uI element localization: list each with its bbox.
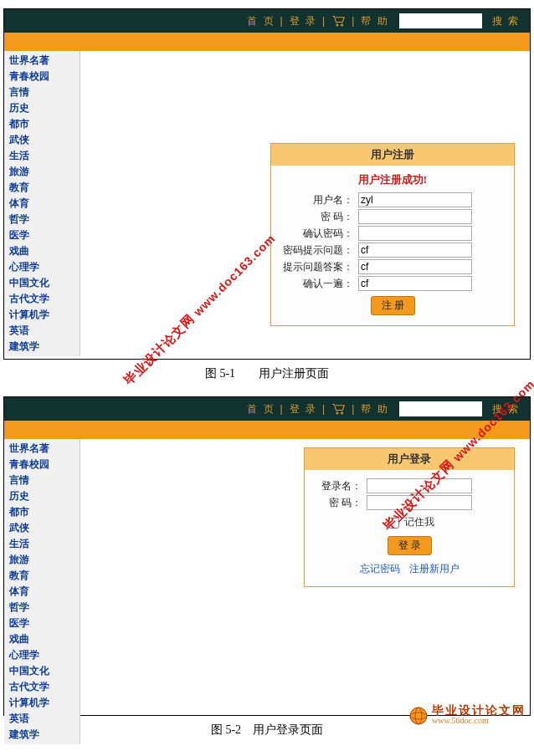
footer-site-logo: 毕业设计论文网 www.56doc.com (408, 706, 526, 726)
sidebar-item[interactable]: 建筑学 (4, 727, 80, 743)
input-password[interactable] (358, 209, 472, 224)
sidebar-item[interactable]: 心理学 (4, 259, 80, 275)
search-button[interactable]: 搜 索 (492, 402, 520, 416)
label-confirm-password: 确认密码： (278, 227, 358, 241)
cart-icon[interactable] (331, 403, 347, 415)
sidebar-item[interactable]: 世界名著 (4, 53, 80, 69)
nav-help[interactable]: 帮 助 (361, 14, 388, 28)
sidebar-item[interactable]: 英语 (4, 323, 80, 339)
category-sidebar: 世界名著青春校园言情历史都市武侠生活旅游教育体育哲学医学戏曲心理学中国文化古代文… (4, 439, 80, 744)
register-panel: 用户注册 用户注册成功! 用户名： 密 码： 确认密码： (270, 143, 515, 326)
sidebar-item[interactable]: 旅游 (4, 164, 80, 180)
orange-header-strip (4, 33, 530, 51)
sidebar-item[interactable]: 医学 (4, 227, 80, 243)
label-username: 用户名： (278, 193, 358, 207)
svg-point-3 (341, 412, 343, 414)
sidebar-item[interactable]: 教育 (4, 568, 80, 584)
sidebar-item[interactable]: 生活 (4, 148, 80, 164)
input-username[interactable] (358, 192, 472, 207)
panel-title: 用户注册 (271, 144, 514, 166)
register-button[interactable]: 注 册 (371, 296, 415, 315)
sidebar-item[interactable]: 武侠 (4, 132, 80, 148)
input-confirm-again[interactable] (358, 276, 472, 291)
remember-checkbox[interactable] (388, 518, 399, 529)
sidebar-item[interactable]: 古代文学 (4, 291, 80, 307)
orange-header-strip (4, 421, 530, 439)
search-input[interactable] (399, 401, 482, 416)
sidebar-item[interactable]: 英语 (4, 711, 80, 727)
label-hint-answer: 提示问题答案： (278, 260, 358, 274)
label-confirm-again: 确认一遍： (278, 277, 358, 291)
sidebar-item[interactable]: 世界名著 (4, 441, 80, 457)
figure-2-login: 首 页 | 登 录 | | 帮 助 搜 索 世界名著青春校园言情历史都市武侠生活… (3, 396, 531, 716)
success-message: 用户注册成功! (278, 172, 507, 187)
login-button[interactable]: 登 录 (388, 536, 432, 555)
sidebar-item[interactable]: 体育 (4, 584, 80, 600)
remember-label: 记住我 (404, 516, 434, 528)
forgot-password-link[interactable]: 忘记密码 (360, 563, 400, 575)
sidebar-item[interactable]: 中国文化 (4, 663, 80, 679)
footer-url: www.56doc.com (432, 716, 526, 726)
sidebar-item[interactable]: 旅游 (4, 552, 80, 568)
input-login-name[interactable] (367, 478, 472, 493)
input-hint-question[interactable] (358, 243, 472, 258)
svg-point-4 (410, 707, 427, 724)
register-new-link[interactable]: 注册新用户 (409, 563, 460, 575)
label-password: 密 码： (278, 210, 358, 224)
figure-1-caption: 图 5-1 用户注册页面 (3, 366, 531, 381)
nav-home[interactable]: 首 页 (247, 14, 275, 28)
sidebar-item[interactable]: 古代文学 (4, 679, 80, 695)
separator: | (352, 403, 356, 415)
sidebar-item[interactable]: 计算机学 (4, 695, 80, 711)
top-navbar: 首 页 | 登 录 | | 帮 助 搜 索 (4, 9, 530, 33)
sidebar-item[interactable]: 都市 (4, 504, 80, 520)
sidebar-item[interactable]: 历史 (4, 488, 80, 504)
nav-login[interactable]: 登 录 (290, 14, 317, 28)
sidebar-item[interactable]: 言情 (4, 472, 80, 488)
label-login-name: 登录名： (311, 479, 367, 493)
separator: | (352, 15, 356, 27)
separator: | (322, 15, 326, 27)
globe-icon (408, 706, 429, 726)
sidebar-item[interactable]: 戏曲 (4, 631, 80, 647)
sidebar-item[interactable]: 计算机学 (4, 307, 80, 323)
sidebar-item[interactable]: 哲学 (4, 212, 80, 227)
cart-icon[interactable] (331, 15, 347, 27)
nav-login[interactable]: 登 录 (290, 402, 317, 416)
separator: | (280, 403, 285, 415)
top-navbar: 首 页 | 登 录 | | 帮 助 搜 索 (4, 397, 530, 421)
nav-home[interactable]: 首 页 (247, 402, 275, 416)
sidebar-item[interactable]: 中国文化 (4, 275, 80, 291)
sidebar-item[interactable]: 青春校园 (4, 69, 80, 84)
search-button[interactable]: 搜 索 (492, 14, 520, 28)
separator: | (280, 15, 285, 27)
category-sidebar: 世界名著青春校园言情历史都市武侠生活旅游教育体育哲学医学戏曲心理学中国文化古代文… (4, 51, 80, 356)
svg-point-0 (336, 24, 338, 26)
label-hint-question: 密码提示问题： (278, 243, 358, 258)
nav-help[interactable]: 帮 助 (361, 402, 388, 416)
sidebar-item[interactable]: 戏曲 (4, 243, 80, 259)
svg-point-2 (336, 412, 338, 414)
footer-title: 毕业设计论文网 (432, 706, 526, 716)
search-input[interactable] (399, 13, 482, 28)
sidebar-item[interactable]: 生活 (4, 536, 80, 552)
svg-point-1 (341, 24, 343, 26)
sidebar-item[interactable]: 言情 (4, 84, 80, 100)
figure-1-register: 首 页 | 登 录 | | 帮 助 搜 索 世界名著青春校园言情历史都市武侠生活… (3, 8, 531, 360)
input-password[interactable] (367, 495, 472, 510)
input-confirm-password[interactable] (358, 226, 472, 241)
input-hint-answer[interactable] (358, 259, 472, 274)
sidebar-item[interactable]: 都市 (4, 116, 80, 132)
sidebar-item[interactable]: 心理学 (4, 647, 80, 663)
sidebar-item[interactable]: 教育 (4, 180, 80, 196)
login-panel: 用户登录 登录名： 密 码： 记住我 登 录 (304, 447, 515, 587)
sidebar-item[interactable]: 历史 (4, 100, 80, 116)
sidebar-item[interactable]: 建筑学 (4, 339, 80, 355)
sidebar-item[interactable]: 体育 (4, 196, 80, 212)
sidebar-item[interactable]: 青春校园 (4, 457, 80, 472)
sidebar-item[interactable]: 医学 (4, 616, 80, 631)
separator: | (322, 403, 326, 415)
sidebar-item[interactable]: 武侠 (4, 520, 80, 536)
sidebar-item[interactable]: 哲学 (4, 600, 80, 616)
panel-title: 用户登录 (305, 448, 514, 470)
